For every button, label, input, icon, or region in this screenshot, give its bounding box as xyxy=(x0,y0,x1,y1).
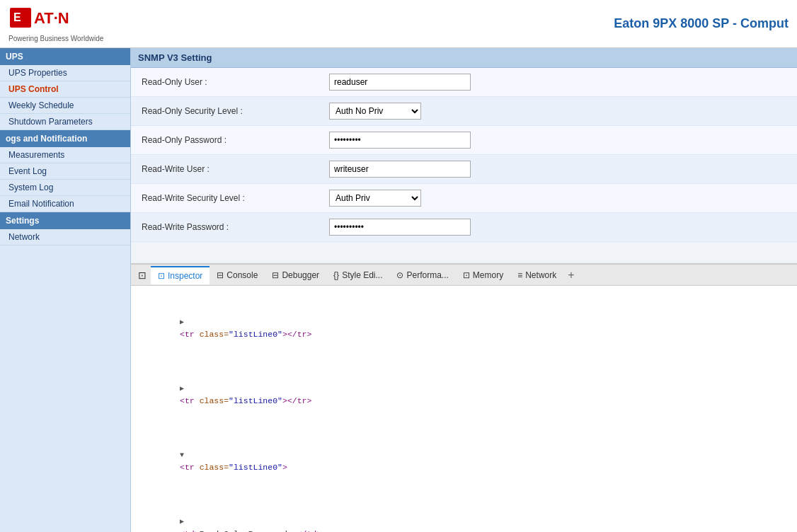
form-row-read-write-password: Read-Write Password : xyxy=(131,213,797,242)
tab-console[interactable]: ⊟ Console xyxy=(210,267,265,284)
label-read-only-security: Read-Only Security Level : xyxy=(131,97,322,126)
tab-memory[interactable]: ⊡ Memory xyxy=(456,267,510,284)
input-cell-read-write-user xyxy=(322,155,797,184)
label-read-only-password: Read-Only Password : xyxy=(131,126,322,155)
tab-inspector[interactable]: ⊡ Inspector xyxy=(151,266,210,284)
triangle-icon[interactable] xyxy=(180,383,188,395)
form-row-read-only-security: Read-Only Security Level : Auth No Priv … xyxy=(131,97,797,126)
logo-area: E AT·N Powering Business Worldwide xyxy=(8,5,103,42)
content-area: SNMP V3 Setting Read-Only User : Read-On… xyxy=(131,48,797,532)
eaton-logo: E AT·N xyxy=(8,5,86,33)
triangle-icon[interactable] xyxy=(180,450,188,461)
triangle-icon[interactable] xyxy=(180,317,188,328)
sidebar-section-logs: ogs and Notification xyxy=(0,130,130,147)
devtools-add-button[interactable]: + xyxy=(563,269,578,282)
input-cell-read-only-password xyxy=(322,126,797,155)
section-title: SNMP V3 Setting xyxy=(131,48,797,68)
read-only-security-select[interactable]: Auth No Priv No Auth No Priv Auth Priv xyxy=(329,103,421,120)
code-line: <tr class="listLine0"> xyxy=(131,422,797,488)
code-line: <td>Read-Only Password :</td> xyxy=(131,488,797,532)
tab-performance[interactable]: ⊙ Performa... xyxy=(389,267,455,284)
svg-text:AT·N: AT·N xyxy=(34,9,69,27)
debugger-icon: ⊟ xyxy=(272,270,279,280)
devtools-tabs: ⊡ ⊡ Inspector ⊟ Console ⊟ Debugger {} St… xyxy=(131,265,797,286)
label-read-only-user: Read-Only User : xyxy=(131,68,322,97)
form-row-read-only-user: Read-Only User : xyxy=(131,68,797,97)
sidebar-section-settings: Settings xyxy=(0,212,130,229)
triangle-icon[interactable] xyxy=(180,516,188,528)
read-write-password-input[interactable] xyxy=(329,219,471,236)
console-icon: ⊟ xyxy=(217,270,224,280)
read-only-password-input[interactable] xyxy=(329,132,471,149)
tab-style-editor[interactable]: {} Style Edi... xyxy=(326,267,389,284)
label-read-write-user: Read-Write User : xyxy=(131,155,322,184)
style-icon: {} xyxy=(333,270,339,280)
performance-icon: ⊙ xyxy=(396,270,403,280)
label-read-write-security: Read-Write Security Level : xyxy=(131,184,322,213)
sidebar-item-event-log[interactable]: Event Log xyxy=(0,163,130,180)
input-cell-read-only-user xyxy=(322,68,797,97)
read-write-user-input[interactable] xyxy=(329,161,471,178)
sidebar-item-ups-properties[interactable]: UPS Properties xyxy=(0,65,130,81)
devtools-panel: ⊡ ⊡ Inspector ⊟ Console ⊟ Debugger {} St… xyxy=(131,263,797,532)
main-panel: SNMP V3 Setting Read-Only User : Read-On… xyxy=(131,48,797,263)
network-icon: ≡ xyxy=(517,270,522,280)
read-only-user-input[interactable] xyxy=(329,74,471,91)
input-cell-read-write-security: Auth No Priv No Auth No Priv Auth Priv xyxy=(322,184,797,213)
input-cell-read-write-password xyxy=(322,213,797,242)
form-row-read-write-user: Read-Write User : xyxy=(131,155,797,184)
sidebar-section-ups: UPS xyxy=(0,48,130,65)
snmp-form-table: Read-Only User : Read-Only Security Leve… xyxy=(131,68,797,242)
inspector-icon: ⊡ xyxy=(158,271,165,281)
code-view[interactable]: <tr class="listLine0"></tr> <tr class="l… xyxy=(131,286,797,532)
code-line: <tr class="listLine0"></tr> xyxy=(131,355,797,422)
sidebar: UPS UPS Properties UPS Control Weekly Sc… xyxy=(0,48,131,532)
sidebar-item-measurements[interactable]: Measurements xyxy=(0,147,130,163)
sidebar-item-network[interactable]: Network xyxy=(0,229,130,245)
sidebar-item-system-log[interactable]: System Log xyxy=(0,180,130,196)
tab-network[interactable]: ≡ Network xyxy=(510,267,563,284)
form-row-read-write-security: Read-Write Security Level : Auth No Priv… xyxy=(131,184,797,213)
header-title: Eaton 9PX 8000 SP - Comput xyxy=(614,16,789,31)
code-line: <tr class="listLine0"></tr> xyxy=(131,289,797,355)
label-read-write-password: Read-Write Password : xyxy=(131,213,322,242)
logo-tagline: Powering Business Worldwide xyxy=(8,35,103,42)
sidebar-item-ups-control[interactable]: UPS Control xyxy=(0,81,130,98)
main-layout: UPS UPS Properties UPS Control Weekly Sc… xyxy=(0,48,797,532)
app-header: E AT·N Powering Business Worldwide Eaton… xyxy=(0,0,797,48)
devtools-cursor-button[interactable]: ⊡ xyxy=(134,267,151,284)
sidebar-item-shutdown-parameters[interactable]: Shutdown Parameters xyxy=(0,114,130,130)
form-row-read-only-password: Read-Only Password : xyxy=(131,126,797,155)
read-write-security-select[interactable]: Auth No Priv No Auth No Priv Auth Priv xyxy=(329,190,421,207)
tab-debugger[interactable]: ⊟ Debugger xyxy=(265,267,326,284)
input-cell-read-only-security: Auth No Priv No Auth No Priv Auth Priv xyxy=(322,97,797,126)
svg-text:E: E xyxy=(13,11,21,23)
memory-icon: ⊡ xyxy=(463,270,470,280)
sidebar-item-email-notification[interactable]: Email Notification xyxy=(0,196,130,212)
sidebar-item-weekly-schedule[interactable]: Weekly Schedule xyxy=(0,98,130,114)
